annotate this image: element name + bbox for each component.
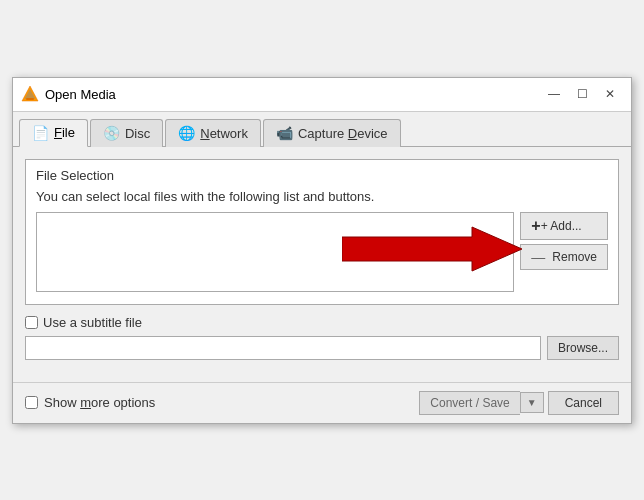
- convert-save-label: Convert / Save: [430, 396, 509, 410]
- close-button[interactable]: ✕: [597, 83, 623, 105]
- file-selection-title: File Selection: [36, 168, 608, 183]
- subtitle-label-text: Use a subtitle file: [43, 315, 142, 330]
- tab-capture-label: Capture Device: [298, 126, 388, 141]
- dialog-title: Open Media: [45, 87, 116, 102]
- plus-icon: +: [531, 217, 540, 235]
- cancel-label: Cancel: [565, 396, 602, 410]
- title-bar-left: Open Media: [21, 85, 116, 103]
- vlc-logo-icon: [21, 85, 39, 103]
- remove-button[interactable]: — Remove: [520, 244, 608, 270]
- remove-button-label: Remove: [552, 250, 597, 264]
- svg-rect-2: [26, 98, 34, 100]
- show-more-row: Show more options: [25, 395, 155, 410]
- show-more-label[interactable]: Show more options: [44, 395, 155, 410]
- add-button[interactable]: + + Add...: [520, 212, 608, 240]
- file-tab-icon: 📄: [32, 125, 49, 141]
- convert-save-dropdown[interactable]: ▼: [520, 392, 544, 413]
- bottom-bar: Show more options Convert / Save ▼ Cance…: [13, 382, 631, 423]
- tab-file-label: File: [54, 125, 75, 140]
- tab-capture[interactable]: 📹 Capture Device: [263, 119, 401, 147]
- subtitle-checkbox-label[interactable]: Use a subtitle file: [25, 315, 142, 330]
- action-buttons: Convert / Save ▼ Cancel: [419, 391, 619, 415]
- show-more-text: Show more options: [44, 395, 155, 410]
- subtitle-input-row: Browse...: [25, 336, 619, 360]
- main-content: File Selection You can select local file…: [13, 147, 631, 382]
- show-more-checkbox[interactable]: [25, 396, 38, 409]
- file-area: + + Add... — Remove: [36, 212, 608, 292]
- subtitle-section: Use a subtitle file Browse...: [25, 315, 619, 360]
- subtitle-checkbox[interactable]: [25, 316, 38, 329]
- tab-network[interactable]: 🌐 Network: [165, 119, 261, 147]
- title-bar: Open Media — ☐ ✕: [13, 78, 631, 112]
- file-selection-desc: You can select local files with the foll…: [36, 189, 608, 204]
- title-controls: — ☐ ✕: [541, 83, 623, 105]
- tab-disc[interactable]: 💿 Disc: [90, 119, 163, 147]
- tab-file[interactable]: 📄 File: [19, 119, 88, 147]
- tab-network-label: Network: [200, 126, 248, 141]
- browse-button-label: Browse...: [558, 341, 608, 355]
- network-tab-icon: 🌐: [178, 125, 195, 141]
- subtitle-checkbox-row: Use a subtitle file: [25, 315, 619, 330]
- add-button-label: + Add...: [541, 219, 582, 233]
- maximize-button[interactable]: ☐: [569, 83, 595, 105]
- tab-disc-label: Disc: [125, 126, 150, 141]
- minimize-button[interactable]: —: [541, 83, 567, 105]
- file-buttons: + + Add... — Remove: [520, 212, 608, 270]
- file-selection-group: File Selection You can select local file…: [25, 159, 619, 305]
- subtitle-file-input[interactable]: [25, 336, 541, 360]
- disc-tab-icon: 💿: [103, 125, 120, 141]
- browse-button[interactable]: Browse...: [547, 336, 619, 360]
- convert-save-main[interactable]: Convert / Save: [419, 391, 519, 415]
- minus-icon: —: [531, 249, 545, 265]
- cancel-button[interactable]: Cancel: [548, 391, 619, 415]
- open-media-dialog: Open Media — ☐ ✕ 📄 File 💿 Disc 🌐 Network…: [12, 77, 632, 424]
- tab-bar: 📄 File 💿 Disc 🌐 Network 📹 Capture Device: [13, 112, 631, 147]
- convert-save-button: Convert / Save ▼: [419, 391, 543, 415]
- file-list[interactable]: [36, 212, 514, 292]
- capture-tab-icon: 📹: [276, 125, 293, 141]
